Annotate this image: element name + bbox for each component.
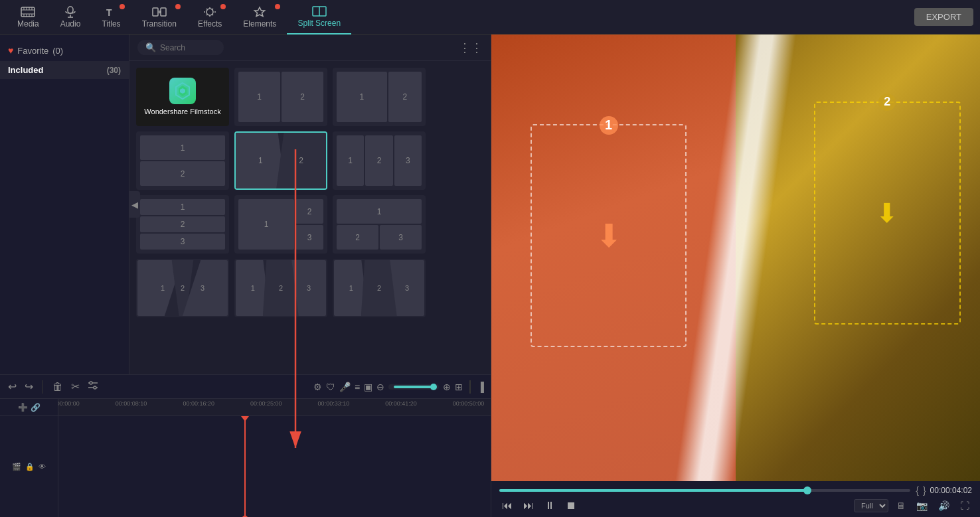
search-box[interactable]: 🔍 [137, 40, 224, 55]
monitor-icon[interactable]: 🖥 [894, 499, 908, 512]
export-button[interactable]: EXPORT [914, 8, 973, 26]
grid-area: 🔍 ⋮⋮ [129, 35, 491, 374]
undo-button[interactable]: ↩ [7, 379, 18, 394]
fullscreen-icon[interactable]: ⛶ [957, 499, 972, 512]
diagonal-split-layout: 1 2 [236, 133, 326, 188]
playhead-head [241, 416, 249, 421]
grid-row-2: 1 2 1 2 [136, 131, 484, 190]
split-cell: 2 [295, 199, 323, 224]
step-back-button[interactable]: ⏮ [499, 498, 515, 513]
zoom-out-icon[interactable]: ⊖ [376, 382, 384, 392]
time-1: 00:00:08:10 [116, 400, 147, 407]
track-eye-icon[interactable]: 👁 [39, 463, 46, 471]
split-2row-item[interactable]: 1 2 [136, 131, 229, 190]
transition-notification-dot [175, 4, 181, 9]
split-cell: 3 [380, 225, 422, 250]
adjustments-button[interactable] [86, 380, 100, 394]
top-nav: Media Audio T Titles Transition Effe [0, 0, 980, 35]
split-bigcol-3-item[interactable]: 1 2 3 [234, 195, 327, 254]
drop-zone-1-num: 1 [600, 116, 618, 135]
left-bracket[interactable]: { [916, 485, 919, 496]
timeline-side-labels: ➕ 🔗 🎬 🔒 👁 [0, 399, 58, 517]
time-display: 00:00:04:02 [930, 486, 972, 495]
track-video-icon: 🎬 [12, 463, 21, 471]
split-cell: 3 [394, 135, 422, 186]
progress-thumb[interactable] [803, 486, 811, 494]
time-6: 00:00:50:00 [453, 400, 485, 407]
3diag-layout: 1 2 3 [236, 260, 326, 316]
nav-media[interactable]: Media [7, 0, 50, 35]
right-bracket[interactable]: } [923, 485, 926, 496]
filmstock-logo [169, 78, 196, 104]
timeline-body: ➕ 🔗 🎬 🔒 👁 00:00:00:00 00 [0, 399, 491, 517]
titles-notification-dot [120, 4, 125, 9]
drop-zone-2[interactable]: 2 ⬇ [814, 102, 961, 325]
search-icon: 🔍 [145, 42, 156, 52]
split-cell: 1 [140, 135, 225, 160]
ruler-marks: 00:00:00:00 00:00:08:10 00:00:16:20 00:0… [64, 399, 485, 415]
cut-button[interactable]: ✂ [70, 379, 81, 394]
link-icon[interactable]: 🔗 [31, 403, 41, 412]
progress-track[interactable] [499, 489, 910, 492]
grid-scroll[interactable]: Wondershare Filmstock 1 2 1 [129, 61, 491, 374]
nav-elements[interactable]: Elements [232, 0, 287, 35]
fit-icon[interactable]: ⊞ [455, 382, 463, 392]
split-2col-unequal-item[interactable]: 1 2 [333, 68, 426, 126]
split-3diag-item[interactable]: 1 2 3 [234, 259, 327, 317]
time-3: 00:00:25:00 [250, 400, 282, 407]
svg-point-26 [94, 386, 96, 389]
filmstock-item[interactable]: Wondershare Filmstock [136, 68, 229, 126]
timeline-ruler-label: ➕ 🔗 [0, 399, 58, 416]
split-cell: 1 [238, 199, 294, 250]
volume-icon[interactable]: 🔊 [936, 499, 952, 512]
shield-icon[interactable]: 🛡 [326, 382, 335, 392]
time-markers: { } 00:00:04:02 [916, 485, 972, 496]
expand-icon[interactable]: ▐ [477, 382, 484, 392]
subtitles-icon[interactable]: ≡ [355, 382, 360, 392]
delete-button[interactable]: 🗑 [51, 380, 64, 394]
sidebar-included[interactable]: Included (30) [0, 61, 129, 79]
main-layout: ♥ Favorite (0) Included (30) ◀ 🔍 [0, 35, 980, 517]
collapse-sidebar-button[interactable]: ◀ [129, 191, 140, 218]
split-fan-3-item[interactable]: 1 2 3 [136, 259, 229, 317]
stop-button[interactable]: ⏹ [563, 498, 579, 513]
heart-icon: ♥ [8, 45, 13, 56]
split-cell: 1 [337, 72, 387, 122]
progress-fill [499, 489, 807, 492]
sidebar-favorite[interactable]: ♥ Favorite (0) [0, 40, 129, 61]
included-label: Included [8, 65, 43, 75]
settings-icon[interactable]: ⚙ [313, 382, 322, 392]
svg-rect-11 [68, 7, 73, 13]
split-3col-item[interactable]: 1 2 3 [333, 131, 426, 190]
nav-splitscreen[interactable]: Split Screen [287, 0, 351, 35]
split-1top-2bot-item[interactable]: 1 2 3 [333, 195, 426, 254]
playhead [244, 416, 246, 517]
nav-effects[interactable]: Effects [187, 0, 232, 35]
zoom-in-icon[interactable]: ⊕ [443, 382, 451, 392]
mic-icon[interactable]: 🎤 [339, 382, 351, 392]
split-2col-item[interactable]: 1 2 [234, 68, 327, 126]
track-lock-icon[interactable]: 🔒 [25, 463, 35, 471]
pause-button[interactable]: ⏸ [542, 498, 558, 513]
search-input[interactable] [160, 43, 213, 52]
split-diagonal-2-item[interactable]: 1 2 [234, 131, 327, 190]
quality-select[interactable]: Full 1/2 1/4 [854, 499, 888, 512]
camera-icon[interactable]: 📷 [914, 499, 930, 512]
redo-button[interactable]: ↪ [23, 379, 35, 394]
grid-layout-toggle[interactable]: ⋮⋮ [459, 40, 483, 55]
tl-right-controls: ⚙ 🛡 🎤 ≡ ▣ ⊖ ⊕ ⊞ ▐ [313, 380, 484, 394]
frame-back-button[interactable]: ⏭ [521, 498, 536, 513]
time-5: 00:00:41:20 [385, 400, 417, 407]
split-cell: 2 [337, 225, 378, 250]
nav-titles[interactable]: T Titles [91, 0, 131, 35]
split-3diag-v2-item[interactable]: 1 2 3 [333, 259, 426, 317]
nav-audio[interactable]: Audio [50, 0, 92, 35]
split-3row-item[interactable]: 1 2 3 [136, 195, 229, 254]
timeline-ruler: 00:00:00:00 00:00:08:10 00:00:16:20 00:0… [58, 399, 491, 416]
crop-icon[interactable]: ▣ [364, 382, 372, 392]
add-track-icon[interactable]: ➕ [18, 403, 28, 412]
split-cell: 2 [140, 161, 225, 186]
timeline-toolbar: ↩ ↪ 🗑 ✂ ⚙ 🛡 🎤 [0, 375, 491, 399]
nav-transition[interactable]: Transition [131, 0, 187, 35]
drop-zone-1[interactable]: 1 ⬇ [531, 124, 687, 348]
